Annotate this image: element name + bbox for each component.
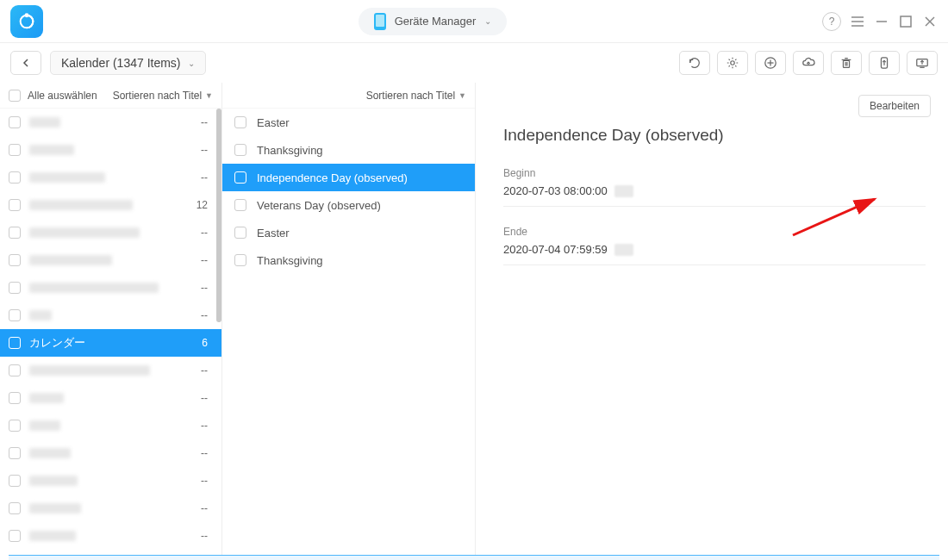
refresh-button[interactable]	[679, 51, 710, 75]
add-button[interactable]	[755, 51, 786, 75]
list-item[interactable]: --	[0, 219, 221, 246]
edit-button[interactable]: Bearbeiten	[858, 95, 931, 117]
list-item[interactable]: --	[0, 109, 221, 136]
checkbox[interactable]	[9, 530, 21, 542]
item-count: --	[201, 254, 213, 266]
toolbar: Kalender (1347 Items) ⌄	[0, 43, 948, 83]
checkbox[interactable]	[9, 475, 21, 487]
checkbox[interactable]	[9, 116, 21, 128]
list-item[interactable]: --	[0, 136, 221, 164]
checkbox[interactable]	[9, 254, 21, 266]
blurred-label	[29, 503, 81, 513]
list-item-label: Thanksgiving	[257, 144, 323, 157]
checkbox[interactable]	[9, 309, 21, 321]
to-computer-button[interactable]	[907, 51, 938, 75]
item-count: --	[201, 530, 213, 542]
event-title: Independence Day (observed)	[503, 126, 926, 145]
list-item[interactable]: --	[0, 274, 221, 302]
item-count: --	[201, 420, 213, 432]
app-header: Geräte Manager ⌄ ?	[0, 0, 948, 43]
checkbox[interactable]	[234, 171, 246, 184]
checkbox[interactable]	[234, 227, 246, 239]
checkbox[interactable]	[9, 199, 21, 211]
checkbox[interactable]	[9, 392, 21, 404]
menu-icon[interactable]	[850, 14, 865, 29]
select-all-checkbox[interactable]	[9, 90, 21, 102]
checkbox[interactable]	[9, 337, 21, 349]
blurred-label	[29, 393, 64, 403]
chevron-down-icon: ⌄	[188, 59, 195, 68]
list-item[interactable]: Independence Day (observed)	[222, 164, 475, 191]
checkbox[interactable]	[9, 144, 21, 156]
list-item[interactable]: --	[0, 522, 221, 550]
checkbox[interactable]	[9, 364, 21, 376]
checkbox[interactable]	[9, 447, 21, 459]
list-item[interactable]: --	[0, 357, 221, 384]
list-item[interactable]: --	[0, 439, 221, 467]
list-item[interactable]: --	[0, 495, 221, 522]
item-count: --	[201, 502, 213, 514]
list-item[interactable]: --	[0, 467, 221, 495]
mid-panel-header: Sortieren nach Titel ▼	[222, 83, 475, 109]
checkbox[interactable]	[9, 171, 21, 184]
begin-label: Beginn	[503, 167, 926, 179]
sort-label: Sortieren nach Titel	[366, 90, 455, 102]
list-item[interactable]: Thanksgiving	[222, 246, 475, 274]
phone-icon	[374, 13, 386, 30]
list-item-label: Independence Day (observed)	[257, 171, 408, 184]
list-item[interactable]: --	[0, 246, 221, 274]
checkbox[interactable]	[9, 502, 21, 514]
checkbox[interactable]	[9, 227, 21, 239]
maximize-icon[interactable]	[898, 14, 914, 29]
event-list[interactable]: EasterThanksgivingIndependence Day (obse…	[222, 109, 475, 560]
list-item[interactable]: 12	[0, 191, 221, 219]
device-selector[interactable]: Geräte Manager ⌄	[359, 8, 508, 35]
list-item[interactable]: カレンダー6	[0, 329, 221, 357]
delete-button[interactable]	[831, 51, 862, 75]
svg-rect-14	[843, 60, 849, 67]
svg-point-1	[26, 14, 28, 16]
help-icon[interactable]: ?	[822, 12, 841, 31]
checkbox[interactable]	[9, 420, 21, 432]
checkbox[interactable]	[234, 144, 246, 156]
svg-point-9	[731, 61, 734, 65]
mid-sort-button[interactable]: Sortieren nach Titel ▼	[366, 90, 466, 102]
list-item[interactable]: Easter	[222, 219, 475, 246]
list-item[interactable]: Thanksgiving	[222, 136, 475, 164]
list-item[interactable]: --	[0, 302, 221, 329]
item-count: --	[201, 171, 213, 184]
blurred-label	[29, 200, 133, 210]
device-label: Geräte Manager	[395, 15, 477, 28]
item-count: --	[201, 282, 213, 294]
list-item[interactable]: --	[0, 164, 221, 191]
minimize-icon[interactable]	[874, 14, 889, 29]
checkbox[interactable]	[234, 254, 246, 266]
list-item[interactable]: Veterans Day (observed)	[222, 191, 475, 219]
blurred-label	[29, 476, 78, 486]
left-sort-button[interactable]: Sortieren nach Titel ▼	[113, 90, 213, 102]
list-item-label: Easter	[257, 116, 290, 129]
list-item[interactable]: --	[0, 412, 221, 439]
svg-rect-6	[901, 16, 911, 27]
list-item[interactable]: Easter	[222, 109, 475, 136]
item-count: --	[201, 116, 213, 128]
settings-button[interactable]	[717, 51, 748, 75]
calendar-list[interactable]: ------12--------カレンダー6--------------42	[0, 109, 221, 560]
cloud-button[interactable]	[793, 51, 824, 75]
checkbox[interactable]	[234, 116, 246, 128]
scrollbar[interactable]	[216, 109, 221, 322]
blurred-label	[29, 365, 150, 376]
to-device-button[interactable]	[869, 51, 900, 75]
breadcrumb-selector[interactable]: Kalender (1347 Items) ⌄	[50, 51, 206, 75]
close-icon[interactable]	[922, 14, 938, 29]
list-item-label: Thanksgiving	[257, 254, 323, 267]
checkbox[interactable]	[234, 199, 246, 211]
list-item[interactable]: --	[0, 384, 221, 412]
bottom-bar	[9, 555, 939, 560]
end-label: Ende	[503, 226, 926, 238]
checkbox[interactable]	[9, 282, 21, 294]
item-count: --	[201, 364, 213, 376]
item-count: --	[201, 144, 213, 156]
blurred-label	[29, 310, 52, 320]
back-button[interactable]	[10, 51, 41, 75]
